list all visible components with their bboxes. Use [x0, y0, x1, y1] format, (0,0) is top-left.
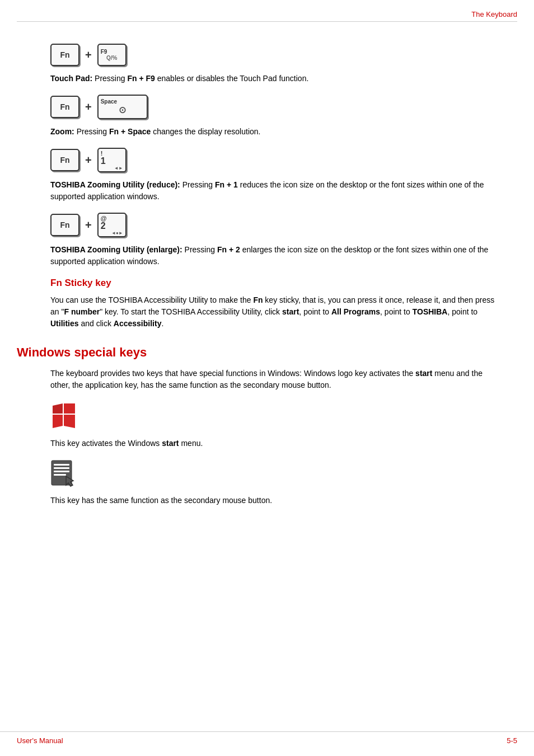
key-1: ! 1 ◄► — [97, 148, 127, 172]
windows-special-keys-intro: The keyboard provides two keys that have… — [50, 368, 500, 391]
fn-key-touchpad: Fn — [50, 44, 79, 66]
windows-logo-icon — [50, 401, 79, 430]
fn-sticky-key-heading: Fn Sticky key — [50, 278, 484, 289]
plus-sign-zoom: + — [85, 101, 92, 114]
touchpad-desc: Touch Pad: Pressing Fn + F9 enables or d… — [50, 73, 500, 84]
key2-top: @ — [101, 215, 107, 222]
fn-key-zoom: Fn — [50, 96, 79, 118]
app-key-desc: This key has the same function as the se… — [50, 495, 500, 506]
key2-main: 2 — [101, 222, 106, 231]
windows-logo-icon-container — [50, 401, 517, 432]
svg-rect-4 — [54, 474, 66, 476]
zoom-reduce-key-combo: Fn + ! 1 ◄► — [50, 148, 517, 172]
space-icon: ⊙ — [119, 105, 126, 115]
app-key-icon — [50, 459, 78, 487]
key1-bottom: ◄► — [114, 166, 123, 171]
zoom-enlarge-key-combo: Fn + @ 2 ◄●► — [50, 213, 517, 237]
app-key-icon-container — [50, 459, 517, 489]
footer-left: User's Manual — [17, 736, 63, 745]
page-container: The Keyboard Fn + F9 Q/% Touch Pad: Pres… — [0, 0, 534, 756]
fn-sticky-key-desc: You can use the TOSHIBA Accessibility Ut… — [50, 294, 500, 330]
plus-sign-touchpad: + — [85, 49, 92, 62]
fn-key-reduce: Fn — [50, 149, 79, 171]
content-area: Fn + F9 Q/% Touch Pad: Pressing Fn + F9 … — [0, 0, 534, 546]
space-label-top: Space — [101, 98, 117, 105]
f9-label: F9 — [101, 49, 107, 55]
key-2: @ 2 ◄●► — [97, 213, 127, 237]
zoom-desc: Zoom: Pressing Fn + Space changes the di… — [50, 126, 500, 138]
header-rule — [17, 21, 517, 22]
key2-bottom: ◄●► — [111, 231, 123, 236]
key1-top: ! — [101, 150, 103, 157]
svg-rect-3 — [54, 471, 69, 472]
svg-rect-1 — [54, 464, 69, 466]
footer-right: 5-5 — [507, 736, 517, 745]
fn-key-enlarge: Fn — [50, 214, 79, 236]
f9-sublabel: Q/% — [106, 55, 117, 61]
zoom-key-combo: Fn + Space ⊙ — [50, 95, 517, 119]
plus-sign-enlarge: + — [85, 219, 92, 232]
space-key: Space ⊙ — [97, 95, 148, 119]
win-key-desc: This key activates the Windows start men… — [50, 438, 500, 449]
zoom-enlarge-desc: TOSHIBA Zooming Utility (enlarge): Press… — [50, 244, 500, 267]
footer: User's Manual 5-5 — [0, 731, 534, 745]
key1-main: 1 — [101, 157, 106, 166]
svg-rect-2 — [54, 467, 69, 469]
windows-special-keys-heading: Windows special keys — [17, 345, 517, 360]
zoom-reduce-desc: TOSHIBA Zooming Utility (reduce): Pressi… — [50, 179, 500, 203]
header-title: The Keyboard — [471, 10, 517, 18]
f9-key: F9 Q/% — [97, 44, 127, 66]
touchpad-key-combo: Fn + F9 Q/% — [50, 44, 517, 66]
plus-sign-reduce: + — [85, 154, 92, 167]
